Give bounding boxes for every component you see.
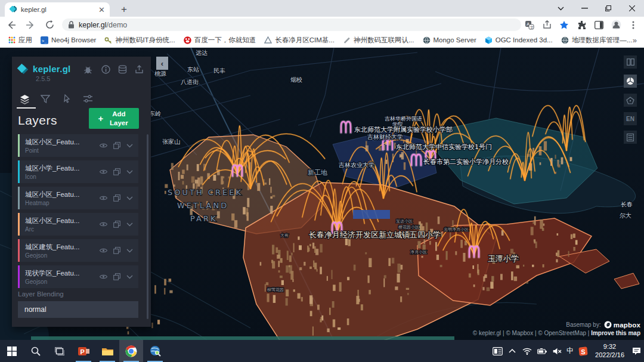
attribution-links[interactable]: © kepler.gl | © Mapbox | © OpenStreetMap… [473, 330, 640, 336]
taskbar-file-explorer[interactable] [95, 340, 119, 362]
window-minimize-icon[interactable] [572, 0, 596, 17]
address-bar[interactable]: kepler.gl/demo [62, 18, 521, 31]
bookmark-geodb[interactable]: 地理数据库管理—... [561, 36, 633, 45]
layer-row[interactable]: 城区建筑_Featu...Geojson [18, 239, 138, 262]
tab-interactions[interactable] [62, 94, 72, 104]
wifi-icon[interactable] [522, 346, 532, 357]
tab-filters[interactable] [41, 94, 51, 104]
task-view-button[interactable] [48, 340, 72, 362]
locale-button[interactable]: EN [624, 112, 637, 125]
window-maximize-icon[interactable] [596, 0, 620, 17]
bug-report-icon[interactable] [83, 65, 92, 74]
layer-expand-icon[interactable] [126, 247, 134, 255]
tab-close-icon[interactable]: ✕ [98, 6, 105, 14]
map-label: 八道街 [181, 79, 199, 85]
bookmark-baidu[interactable]: 百度一下，你就知道 [184, 36, 256, 45]
layer-duplicate-icon[interactable] [113, 221, 120, 228]
action-center-icon[interactable] [631, 346, 642, 357]
map-label: 光明净月小区 [444, 227, 469, 232]
taskbar-powerpoint[interactable]: P [72, 340, 95, 362]
layer-expand-icon[interactable] [126, 273, 134, 281]
layer-name: 城区小区_Featu... [25, 138, 100, 147]
svg-text:文: 文 [530, 24, 534, 29]
layer-visibility-icon[interactable] [100, 168, 107, 176]
layer-duplicate-icon[interactable] [113, 142, 120, 150]
side-panel-icon[interactable] [593, 19, 605, 31]
new-tab-button[interactable]: + [117, 4, 131, 16]
layer-row[interactable]: 城区小区_Featu...Arc [18, 213, 138, 236]
volume-muted-icon[interactable] [552, 346, 562, 357]
bookmark-star-icon[interactable] [558, 19, 570, 31]
bookmark-neo4j[interactable]: >_ Neo4j Browser [41, 36, 96, 44]
profile-avatar[interactable] [610, 19, 622, 31]
export-icon[interactable] [135, 65, 144, 74]
bookmark-cim[interactable]: 长春净月区CIM基... [264, 36, 335, 45]
bookmark-apps[interactable]: 应用 [8, 36, 32, 45]
layer-visibility-icon[interactable] [100, 273, 107, 281]
layer-visibility-icon[interactable] [100, 221, 107, 228]
bookmark-ogc[interactable]: OGC Indexed 3d... [485, 36, 553, 44]
battery-icon[interactable] [537, 346, 547, 357]
add-layer-button[interactable]: + Add Layer [89, 108, 139, 129]
taskbar-chrome[interactable] [119, 340, 143, 362]
layer-expand-icon[interactable] [126, 194, 134, 202]
reload-icon[interactable] [42, 17, 57, 33]
bookmark-mongo[interactable]: Mongo Server [423, 36, 476, 44]
news-widget-icon[interactable] [492, 346, 503, 357]
layer-duplicate-icon[interactable] [113, 273, 120, 281]
pen-icon [343, 36, 351, 44]
layer-blending-select[interactable]: normal [18, 301, 138, 318]
svg-text:P: P [80, 348, 84, 355]
mapbox-logo[interactable]: mapbox [604, 321, 640, 329]
taskbar-search-button[interactable] [24, 340, 48, 362]
window-menu-icon[interactable] [549, 0, 572, 17]
browser-tab[interactable]: kepler.gl ✕ [5, 2, 110, 17]
layer-duplicate-icon[interactable] [113, 168, 120, 176]
start-button[interactable] [0, 340, 24, 362]
layer-duplicate-icon[interactable] [113, 247, 120, 255]
layer-visibility-icon[interactable] [100, 142, 107, 150]
menu-dots-icon[interactable] [627, 19, 639, 31]
extensions-icon[interactable] [575, 19, 587, 31]
layer-duplicate-icon[interactable] [113, 194, 120, 202]
layer-blending-label: Layer Blending [18, 290, 64, 298]
sidebar-scrollbar[interactable] [147, 134, 148, 319]
sogou-icon[interactable]: S [578, 346, 589, 357]
layer-visibility-icon[interactable] [100, 194, 107, 202]
layer-row[interactable]: 现状学区_Featu...Geojson [18, 265, 138, 288]
database-icon[interactable] [118, 65, 127, 74]
bookmark-dc-internet[interactable]: 神州数码互联网认... [343, 36, 414, 45]
layer-expand-icon[interactable] [126, 221, 134, 228]
layer-row[interactable]: 城区小区_Featu...Heatmap [18, 187, 138, 209]
translate-icon[interactable]: A文 [524, 19, 535, 31]
legend-button[interactable] [624, 131, 637, 144]
browser-tab-strip: kepler.gl ✕ + [0, 0, 644, 17]
bookmark-dc-identity[interactable]: 神州数码IT身份统... [104, 36, 175, 45]
layer-row[interactable]: 城区小区_Featu...Point [18, 134, 138, 157]
layer-color-bar [18, 160, 20, 183]
forward-icon[interactable] [23, 17, 38, 33]
taskbar-gis-app[interactable] [143, 340, 167, 362]
tab-basemap[interactable] [83, 94, 93, 104]
back-icon[interactable] [4, 17, 19, 33]
map-label: 烟校 [290, 76, 302, 83]
bookmarks-overflow-icon[interactable]: » [633, 36, 637, 45]
draw-polygon-button[interactable] [624, 94, 637, 107]
school-icon [233, 165, 242, 176]
window-close-icon[interactable] [620, 0, 644, 17]
taskbar-clock[interactable]: 9:322022/2/16 [595, 343, 624, 360]
toggle-3d-button[interactable] [624, 75, 637, 88]
layer-row[interactable]: 城区小学_Featu...Icon [18, 160, 138, 183]
sidebar-collapse-button[interactable]: ‹ [156, 57, 168, 70]
info-icon[interactable] [101, 65, 110, 74]
layer-visibility-icon[interactable] [100, 247, 107, 255]
share-icon[interactable] [541, 19, 553, 31]
ime-indicator[interactable]: 中 [566, 346, 574, 356]
map-label: 大有 [280, 233, 289, 238]
cube-icon [485, 36, 493, 44]
layer-expand-icon[interactable] [126, 142, 134, 150]
layer-expand-icon[interactable] [126, 168, 134, 176]
tray-expand-icon[interactable] [507, 346, 518, 357]
split-map-button[interactable] [624, 55, 637, 69]
tab-layers[interactable] [20, 94, 30, 104]
